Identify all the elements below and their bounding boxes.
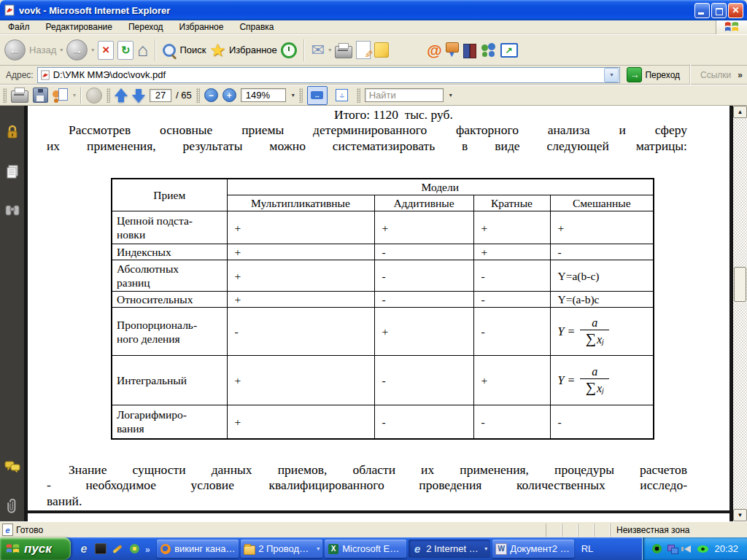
network-tray-icon[interactable] bbox=[667, 543, 678, 554]
scrollbar-thumb[interactable] bbox=[734, 267, 746, 302]
messenger-icon[interactable] bbox=[481, 43, 497, 58]
find-input[interactable] bbox=[365, 88, 444, 102]
resize-window-icon[interactable] bbox=[500, 43, 518, 58]
scroll-down-icon[interactable] bbox=[733, 509, 747, 521]
history-icon[interactable] bbox=[281, 42, 297, 58]
page-number-input[interactable] bbox=[150, 89, 171, 102]
menu-go[interactable]: Переход bbox=[120, 21, 171, 33]
pdf-save-icon[interactable] bbox=[33, 88, 48, 103]
fit-page-icon bbox=[336, 89, 348, 101]
paperclip-icon[interactable] bbox=[7, 498, 18, 514]
next-page-icon[interactable] bbox=[132, 88, 145, 103]
clock[interactable]: 20:32 bbox=[714, 543, 738, 554]
download-icon[interactable] bbox=[446, 42, 459, 52]
scrollbar-track[interactable] bbox=[733, 118, 747, 509]
restore-button[interactable] bbox=[711, 3, 727, 18]
status-pane bbox=[562, 524, 578, 537]
table-row: Абсолютных разниц + - - Y=a(b-c) bbox=[112, 260, 654, 292]
search-icon[interactable] bbox=[163, 44, 176, 57]
edit-icon[interactable] bbox=[356, 41, 371, 59]
status-pane bbox=[546, 524, 562, 537]
status-pane bbox=[578, 524, 594, 537]
address-input[interactable] bbox=[53, 69, 602, 80]
close-button[interactable] bbox=[728, 3, 743, 18]
taskbar-button-ie-group[interactable]: 2 Internet E... bbox=[409, 540, 490, 558]
row-label: Интегральный bbox=[112, 356, 227, 405]
quick-launch-ie-icon[interactable]: e bbox=[78, 543, 90, 555]
start-button[interactable]: пуск bbox=[0, 537, 71, 560]
language-indicator[interactable]: RL bbox=[576, 543, 600, 554]
research-icon[interactable] bbox=[462, 43, 477, 58]
paragraph-line: - необходимое условие квалифицированного… bbox=[47, 478, 687, 494]
fit-page-button[interactable] bbox=[332, 86, 352, 105]
zoom-dropdown-icon[interactable] bbox=[292, 92, 295, 98]
menu-favorites[interactable]: Избранное bbox=[171, 21, 232, 33]
volume-tray-icon[interactable] bbox=[682, 543, 693, 554]
cell: - bbox=[227, 308, 374, 356]
taskbar-button-word[interactable]: Документ2 - ... bbox=[492, 540, 574, 558]
pages-icon[interactable] bbox=[5, 164, 20, 179]
zoom-level-box[interactable]: 149% bbox=[241, 88, 286, 102]
paragraph-line: Знание сущности данных приемов, области … bbox=[47, 462, 687, 478]
lock-icon[interactable] bbox=[6, 125, 19, 139]
forward-icon[interactable] bbox=[66, 39, 88, 61]
formula-y-equals-a-over-sum-xj: Y = a ∑xj bbox=[558, 317, 610, 346]
windows-logo bbox=[716, 20, 747, 34]
taskbar-button-excel[interactable]: Microsoft Exc... bbox=[325, 540, 406, 558]
taskbar-button-explorer-group[interactable]: 2 Проводник bbox=[241, 540, 322, 558]
zoom-out-icon[interactable]: − bbox=[204, 88, 218, 102]
scroll-up-icon[interactable] bbox=[733, 106, 747, 118]
forward-chevron-icon[interactable] bbox=[91, 47, 94, 53]
mail-icon[interactable] bbox=[311, 42, 325, 58]
favorites-icon[interactable] bbox=[209, 42, 225, 59]
cell: + bbox=[473, 356, 550, 405]
toolbar-grip bbox=[107, 88, 110, 103]
taskbar-button-label: 2 Internet E... bbox=[426, 543, 481, 554]
go-button[interactable]: Переход bbox=[624, 67, 683, 82]
links-chevron-icon[interactable] bbox=[738, 70, 744, 80]
at-sign-icon[interactable] bbox=[427, 42, 441, 58]
quick-launch-paint-icon[interactable] bbox=[112, 543, 123, 555]
quick-launch-media-icon[interactable] bbox=[95, 543, 107, 555]
pdf-toolbar: / 65 − + 149% bbox=[0, 85, 747, 106]
refresh-icon[interactable] bbox=[117, 41, 133, 60]
window-title: vovk - Microsoft Internet Explorer bbox=[19, 5, 170, 16]
pdf-print-icon[interactable] bbox=[11, 90, 28, 103]
search-label[interactable]: Поиск bbox=[179, 44, 206, 55]
links-label[interactable]: Ссылки bbox=[697, 70, 734, 80]
print-icon[interactable] bbox=[335, 46, 352, 58]
vertical-scrollbar[interactable] bbox=[733, 106, 747, 521]
table-corner-header: Прием bbox=[112, 179, 227, 211]
pdf-email-icon[interactable] bbox=[53, 88, 69, 103]
address-dropdown-icon[interactable] bbox=[604, 68, 619, 82]
quick-launch-chevron-icon[interactable] bbox=[145, 543, 150, 555]
mail-chevron-icon[interactable] bbox=[328, 47, 331, 53]
pdf-email-chevron-icon[interactable] bbox=[73, 92, 76, 98]
main-area: Итого: 1120 тыс. руб. Рассмотрев основны… bbox=[0, 106, 747, 521]
comments-icon[interactable] bbox=[4, 460, 20, 473]
fit-width-button[interactable] bbox=[307, 86, 328, 105]
note-icon[interactable] bbox=[374, 42, 389, 58]
cell: - bbox=[473, 260, 550, 292]
back-chevron-icon[interactable] bbox=[60, 47, 63, 53]
zoom-in-icon[interactable]: + bbox=[222, 88, 236, 102]
toolbar-grip bbox=[357, 88, 360, 103]
home-icon[interactable] bbox=[137, 41, 148, 59]
menu-edit[interactable]: Редактирование bbox=[38, 21, 120, 33]
back-icon[interactable] bbox=[4, 39, 26, 61]
binoculars-icon[interactable] bbox=[5, 203, 20, 217]
back-label[interactable]: Назад bbox=[29, 44, 56, 55]
menu-help[interactable]: Справка bbox=[231, 21, 282, 33]
menu-file[interactable]: Файл bbox=[0, 21, 38, 33]
find-dropdown-icon[interactable] bbox=[449, 92, 452, 98]
antivirus-tray-icon[interactable] bbox=[651, 543, 662, 554]
taskbar-button-firefox[interactable]: викинг канал... bbox=[157, 540, 239, 558]
favorites-label[interactable]: Избранное bbox=[229, 44, 277, 55]
stop-icon[interactable] bbox=[98, 41, 114, 60]
row-label: Абсолютных разниц bbox=[112, 260, 227, 292]
eye-tray-icon[interactable] bbox=[697, 543, 708, 554]
quick-launch-icq-icon[interactable] bbox=[128, 543, 140, 555]
minimize-button[interactable] bbox=[694, 3, 710, 18]
previous-page-icon[interactable] bbox=[115, 88, 128, 103]
table-row: Относительных + - - Y=(a-b)c bbox=[112, 292, 654, 308]
